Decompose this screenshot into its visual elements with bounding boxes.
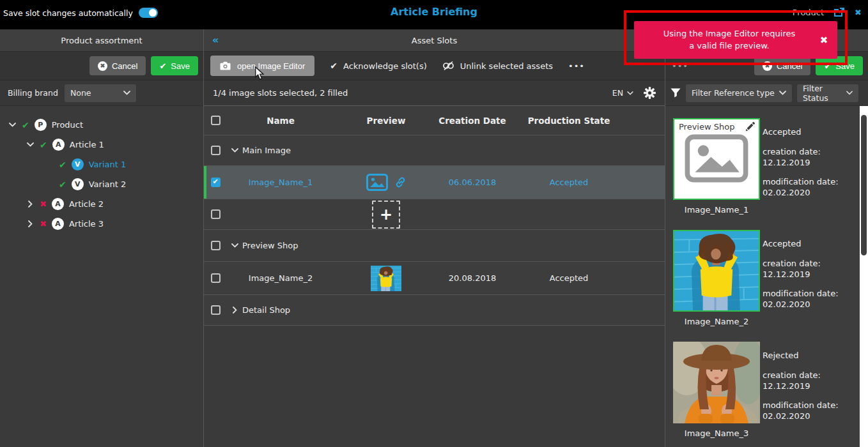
filter-reference-type-select[interactable]: Filter Reference type [686,84,792,102]
tree-item-article-3[interactable]: ✖ A Article 3 [0,214,203,234]
chevron-down-icon[interactable] [227,148,242,153]
invalid-x-icon: ✖ [40,199,47,209]
asset-card-photo[interactable] [673,342,760,423]
asset-slots-title: Asset Slots [412,36,457,45]
asset-production-state: Accepted [517,273,621,283]
tree-item-product[interactable]: ✔ P Product [0,115,203,135]
asset-slots-panel: « Asset Slots open Image Editor ✔ Acknow… [203,29,665,447]
gear-icon[interactable] [644,87,656,99]
table-row-image-name-2[interactable]: Image_Name_2 20.08.2018 Accepted [204,262,665,295]
toast-message-line2: a valid file preview. [648,40,810,52]
row-checkbox[interactable] [211,146,221,155]
close-icon[interactable]: ✖ [855,8,862,17]
filter-status-label: Filter Status [803,84,846,103]
chevron-right-icon[interactable] [26,220,35,227]
valid-check-icon: ✔ [22,120,29,130]
modification-date-value: 02.02.2020 [763,411,839,422]
more-actions-button[interactable]: ••• [672,61,688,71]
tree-item-label: Article 1 [70,140,104,149]
filter-status-select[interactable]: Filter Status [797,84,858,102]
open-image-editor-button[interactable]: open Image Editor [210,56,314,76]
chevron-right-icon[interactable] [26,201,35,208]
modification-date-label: modification date: [763,400,839,411]
tree-item-variant-1[interactable]: ✔ V Variant 1 [0,155,203,174]
open-in-new-icon[interactable] [833,7,845,17]
asset-card-image-name-2[interactable]: Image_Name_2 Accepted creation date: 12.… [673,230,868,326]
row-checkbox[interactable] [211,209,221,219]
tree-item-label: Product [52,120,83,130]
column-header-preview[interactable]: Preview [345,116,428,126]
filter-reference-type-label: Filter Reference type [692,88,775,98]
acknowledge-slots-button[interactable]: ✔ Acknowledge slot(s) [330,61,427,71]
asset-card-list: Preview Shop Image_Name_1 Accepted [665,106,868,447]
column-header-production-state[interactable]: Production State [517,116,621,126]
creation-date-label: creation date: [763,258,839,269]
more-actions-button[interactable]: ••• [568,61,585,71]
card-asset-name: Image_Name_3 [673,428,760,438]
error-toast: Using the Image Editor requires a valid … [634,21,837,59]
tree-item-label: Variant 1 [89,160,127,169]
save-label: Save [835,61,855,71]
valid-check-icon: ✔ [59,179,66,190]
modification-date-label: modification date: [763,176,839,188]
chevron-down-icon[interactable] [8,123,17,127]
table-header-row: Name Preview Creation Date Production St… [204,106,665,135]
cancel-button[interactable]: ✖ Cancel [754,56,810,75]
billing-brand-select[interactable]: None [65,84,136,102]
toast-close-icon[interactable]: ✖ [810,34,837,46]
table-row-group-main-image[interactable]: Main Image [204,135,665,166]
chevron-down-icon [627,91,633,95]
table-row-empty-slot[interactable]: + [204,199,665,230]
asset-thumbnail-image[interactable] [371,266,401,291]
chevron-right-icon[interactable] [227,307,242,314]
check-icon: ✔ [824,61,831,71]
slot-group-label: Detail Shop [242,305,290,315]
asset-detail-panel: ••• ✖ Cancel ✔ Save Filter Reference typ… [665,29,868,447]
tree-item-label: Article 2 [69,199,104,209]
save-button[interactable]: ✔ Save [151,56,198,75]
asset-card-image-name-1[interactable]: Preview Shop Image_Name_1 Accepted [673,118,868,215]
tree-item-article-2[interactable]: ✖ A Article 2 [0,194,203,214]
asset-card-image-name-3[interactable]: Image_Name_3 Rejected creation date: 12.… [673,342,868,438]
table-row-group-preview-shop[interactable]: Preview Shop [204,230,665,262]
chevron-down-icon[interactable] [26,142,35,147]
row-checkbox[interactable] [211,241,221,250]
article-type-icon: A [52,139,65,151]
asset-card-preview[interactable]: Preview Shop [673,118,760,200]
product-tree: ✔ P Product ✔ A Article 1 ✔ V Variant 1 … [0,106,203,234]
chevron-down-icon[interactable] [227,243,242,248]
save-button[interactable]: ✔ Save [816,56,863,75]
select-all-checkbox[interactable] [211,116,221,125]
scrollbar-thumb[interactable] [861,115,867,255]
valid-check-icon: ✔ [40,140,47,150]
column-header-name[interactable]: Name [242,116,319,126]
check-icon: ✔ [159,61,166,71]
edit-pencil-icon[interactable] [745,122,755,132]
vertical-scrollbar[interactable] [860,106,868,447]
row-checkbox[interactable] [211,305,221,315]
table-row-group-detail-shop[interactable]: Detail Shop [204,295,665,326]
asset-name[interactable]: Image_Name_1 [242,178,319,187]
slot-group-label: Preview Shop [242,241,298,250]
cancel-button[interactable]: ✖ Cancel [89,56,146,75]
billing-brand-value: None [70,88,91,98]
row-checkbox-checked[interactable] [211,178,221,187]
modification-date-label: modification date: [763,288,839,299]
column-header-creation-date[interactable]: Creation Date [428,116,517,126]
row-checkbox[interactable] [211,273,221,283]
cancel-label: Cancel [777,61,802,71]
creation-date-value: 12.12.2019 [763,269,839,280]
asset-card-photo[interactable] [673,230,760,312]
collapse-panel-icon[interactable]: « [212,34,219,46]
unlink-assets-button[interactable]: Unlink selected assets [442,61,553,71]
product-assortment-panel: Product assortment ✖ Cancel ✔ Save Billi… [0,29,203,447]
language-select[interactable]: EN [612,88,633,98]
asset-name[interactable]: Image_Name_2 [242,273,319,283]
acknowledge-label: Acknowledge slot(s) [343,61,427,71]
tree-item-article-1[interactable]: ✔ A Article 1 [0,135,203,155]
add-asset-button[interactable]: + [372,201,400,229]
link-icon[interactable] [394,176,407,188]
image-preview-icon[interactable] [366,174,388,191]
tree-item-variant-2[interactable]: ✔ V Variant 2 [0,174,203,194]
table-row-image-name-1[interactable]: Image_Name_1 06.06.2018 Accepted [204,166,665,199]
